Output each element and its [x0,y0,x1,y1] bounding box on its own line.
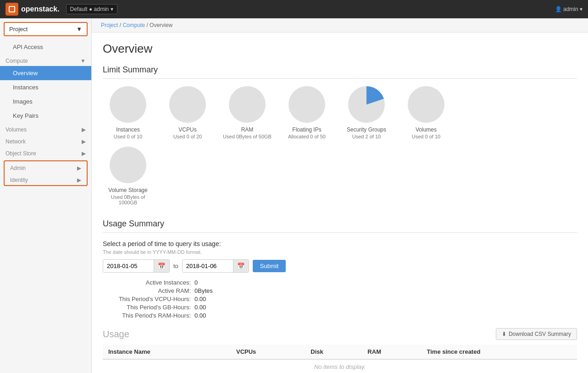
download-label: Download CSV Summary [509,331,571,337]
chart-vcpus: VCPUsUsed 0 of 20 [162,86,213,139]
table-column-header: Disk [305,345,362,359]
chart-label-floating-ips: Floating IPs [292,126,321,133]
pie-volumes [408,86,444,123]
chevron-right-icon: ▶ [82,138,86,145]
stats-value: 0.00 [194,312,206,319]
chart-label-ram: RAM [241,126,254,133]
chart-value-floating-ips: Allocated 0 of 50 [288,134,326,139]
stats-label: This Period's RAM-Hours: [103,312,194,319]
sidebar-identity-header[interactable]: Identity ▶ [5,173,87,185]
stats-label: This Period's GB-Hours: [103,304,194,311]
chart-label-volumes: Volumes [416,126,437,133]
usage-table-body: No items to display. [103,359,577,373]
chart-volumes: VolumesUsed 0 of 10 [401,86,451,139]
chevron-right-icon: ▶ [77,165,81,171]
usage-stats-table: Active Instances:0Active RAM:0BytesThis … [103,279,577,319]
chart-floating-ips: Floating IPsAllocated 0 of 50 [282,86,332,139]
sidebar-project-label: Project [9,26,28,33]
download-csv-button[interactable]: ⬇ Download CSV Summary [496,328,577,340]
sidebar-item-api-access[interactable]: API Access [0,40,91,54]
breadcrumb-project[interactable]: Project [101,22,118,28]
sidebar-volumes-header[interactable]: Volumes ▶ [0,123,91,135]
chart-label-security-groups: Security Groups [347,126,386,133]
pie-ram [229,86,266,123]
to-calendar-button[interactable]: 📅 [233,260,249,272]
key-pairs-label: Key Pairs [13,112,39,119]
sidebar-item-images[interactable]: Images [0,94,91,109]
chevron-right-icon: ▶ [77,177,81,183]
main-container: Project ▼ API Access Compute ▼ Overview … [0,18,588,373]
chart-ram: RAMUsed 0Bytes of 50GB [222,86,272,139]
chart-value-security-groups: Used 2 of 10 [352,134,381,139]
chart-security-groups: Security GroupsUsed 2 of 10 [341,86,392,139]
chart-value-instances: Used 0 of 10 [114,134,142,139]
sidebar-item-instances[interactable]: Instances [0,80,91,94]
download-icon: ⬇ [502,331,506,337]
stats-row: This Period's GB-Hours:0.00 [103,304,577,311]
breadcrumb-compute[interactable]: Compute [122,22,145,28]
breadcrumb: Project / Compute / Overview [92,18,588,33]
to-label: to [173,263,178,269]
no-items-cell: No items to display. [103,359,577,373]
charts-row-1: InstancesUsed 0 of 10VCPUsUsed 0 of 20RA… [103,86,577,139]
usage-date-hint: The date should be in YYYY-MM-DD format. [103,249,577,255]
chart-value-volume-storage: Used 0Bytes of 1000GB [103,194,153,205]
object-store-label: Object Store [6,150,36,157]
images-label: Images [13,98,33,105]
api-access-label: API Access [13,44,43,50]
compute-label: Compute [6,58,28,64]
brand-name: openstack. [21,5,60,13]
pie-floating-ips [288,86,325,123]
sidebar-compute-header[interactable]: Compute ▼ [0,54,91,66]
chevron-right-icon: ▶ [82,126,86,133]
openstack-logo: openstack. [6,3,60,16]
sidebar-item-overview[interactable]: Overview [0,66,91,80]
pie-circle-instances [110,86,146,123]
pie-circle-volumes [408,86,444,123]
stats-row: This Period's RAM-Hours:0.00 [103,312,577,319]
admin-label: Admin [10,165,26,171]
sidebar-object-store-header[interactable]: Object Store ▶ [0,147,91,159]
chart-volume-storage: Volume StorageUsed 0Bytes of 1000GB [103,147,153,205]
user-label: 👤 [555,6,562,12]
usage-table-title: Usage [103,329,129,340]
table-column-header: Time since created [422,345,577,359]
from-date-wrapper: 📅 [103,259,170,273]
content-body: Overview Limit Summary InstancesUsed 0 o… [92,33,588,373]
limit-summary-title: Limit Summary [103,65,577,79]
chart-value-volumes: Used 0 of 10 [412,134,440,139]
stats-row: This Period's VCPU-Hours:0.00 [103,296,577,302]
usage-table-head: Instance NameVCPUsDiskRAMTime since crea… [103,345,577,359]
chart-label-instances: Instances [116,126,139,133]
chart-instances: InstancesUsed 0 of 10 [103,86,153,139]
logo-inner-icon [9,6,15,12]
table-column-header: Instance Name [103,345,231,359]
pie-circle-floating-ips [288,86,325,123]
stats-value: 0Bytes [194,287,213,294]
user-menu[interactable]: 👤 admin ▾ [555,6,582,12]
sidebar-item-key-pairs[interactable]: Key Pairs [0,109,91,123]
stats-value: 0 [194,279,198,286]
submit-button[interactable]: Submit [253,260,286,272]
top-nav-left: openstack. Default ● admin ▾ [6,3,117,16]
to-date-input[interactable] [183,260,233,272]
sidebar-project-dropdown[interactable]: Project ▼ [4,22,88,36]
chevron-down-icon: ▼ [80,58,86,64]
page-title: Overview [103,42,577,56]
from-date-input[interactable] [103,260,154,272]
sidebar-network-header[interactable]: Network ▶ [0,135,91,147]
date-row: 📅 to 📅 Submit [103,259,577,273]
instances-label: Instances [13,84,39,91]
pie-vcpus [169,86,206,123]
user-name: admin ▾ [563,6,582,12]
chevron-right-icon: ▶ [82,150,86,157]
logo-icon [6,3,18,16]
sidebar-admin-header[interactable]: Admin ▶ [5,161,87,173]
from-calendar-button[interactable]: 📅 [154,260,169,272]
stats-label: Active Instances: [103,279,194,286]
project-selector[interactable]: Default ● admin ▾ [66,4,117,14]
pie-circle-security-groups [348,86,385,123]
breadcrumb-overview: Overview [150,22,172,28]
network-label: Network [6,138,26,145]
pie-circle-volume-storage [110,147,146,183]
